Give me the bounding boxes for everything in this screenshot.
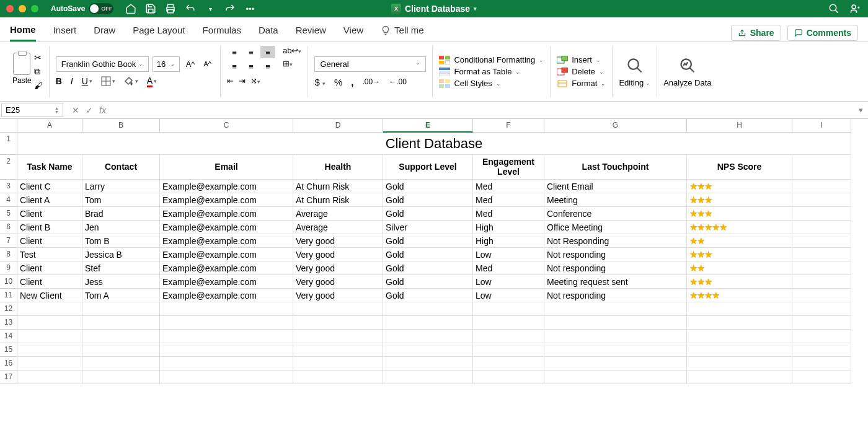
cell[interactable]: Med — [473, 207, 544, 221]
row-header[interactable]: 10 — [0, 275, 17, 289]
currency-icon[interactable]: $ ▾ — [314, 77, 326, 87]
name-box-stepper[interactable]: ▲▼ — [55, 107, 59, 114]
cell[interactable]: Very good — [293, 261, 383, 275]
cell-styles-button[interactable]: Cell Styles ⌄ — [439, 79, 544, 88]
cell[interactable] — [792, 221, 851, 234]
cell[interactable]: Gold — [383, 193, 473, 207]
share-people-icon[interactable] — [849, 3, 862, 14]
font-size-dropdown[interactable]: 16 ⌄ — [153, 56, 180, 72]
cell[interactable]: Stef — [82, 261, 160, 275]
column-header[interactable]: H — [687, 119, 792, 133]
cell[interactable] — [293, 302, 383, 316]
cell[interactable]: Med — [473, 180, 544, 193]
align-left-icon[interactable]: ≡ — [227, 60, 242, 72]
cell[interactable]: ★★★ — [687, 248, 792, 261]
tab-review[interactable]: Review — [296, 25, 326, 40]
cell[interactable]: Email — [160, 155, 293, 180]
tab-data[interactable]: Data — [259, 25, 278, 40]
cell[interactable] — [473, 330, 544, 343]
cell[interactable]: Example@example.com — [160, 248, 293, 261]
comma-icon[interactable]: , — [351, 77, 353, 87]
cell[interactable] — [544, 343, 687, 357]
maximize-window-button[interactable] — [31, 5, 38, 12]
cell[interactable]: Gold — [383, 248, 473, 261]
column-header[interactable]: A — [17, 119, 82, 133]
cell[interactable] — [293, 343, 383, 357]
cell[interactable] — [792, 302, 851, 316]
accept-formula-icon[interactable]: ✓ — [86, 105, 93, 115]
cell[interactable] — [473, 343, 544, 357]
merge-icon[interactable]: ⊞▾ — [283, 59, 301, 68]
column-header[interactable]: F — [473, 119, 544, 133]
cut-icon[interactable]: ✂ — [34, 53, 43, 63]
cell[interactable] — [160, 302, 293, 316]
row-header[interactable]: 11 — [0, 289, 17, 302]
tab-formulas[interactable]: Formulas — [202, 25, 241, 40]
cell[interactable] — [792, 261, 851, 275]
column-header[interactable]: E — [383, 119, 473, 133]
cell[interactable] — [293, 330, 383, 343]
close-window-button[interactable] — [6, 5, 14, 12]
sheet-title-cell[interactable]: Client Database — [17, 133, 851, 155]
cell[interactable] — [160, 371, 293, 384]
insert-cells-button[interactable]: Insert ⌄ — [557, 55, 606, 64]
cell[interactable]: Tom B — [82, 234, 160, 248]
redo-icon[interactable] — [224, 2, 236, 15]
cell[interactable] — [160, 357, 293, 371]
cell[interactable] — [82, 316, 160, 330]
row-header[interactable]: 13 — [0, 316, 17, 330]
percent-icon[interactable]: % — [334, 77, 342, 87]
align-right-icon[interactable]: ≡ — [260, 60, 275, 72]
cell[interactable]: Med — [473, 193, 544, 207]
comments-button[interactable]: Comments — [787, 25, 858, 41]
cell[interactable]: Very good — [293, 275, 383, 289]
cell[interactable] — [792, 316, 851, 330]
cell[interactable] — [383, 302, 473, 316]
font-color-button[interactable]: A▾ — [147, 76, 157, 87]
column-header[interactable]: I — [792, 119, 851, 133]
bold-button[interactable]: B — [56, 76, 62, 86]
cell[interactable]: At Churn Risk — [293, 180, 383, 193]
tab-view[interactable]: View — [343, 25, 363, 40]
cell[interactable]: Support Level — [383, 155, 473, 180]
minimize-window-button[interactable] — [19, 5, 26, 12]
editing-button[interactable]: Editing⌄ — [619, 56, 650, 87]
save-icon[interactable] — [144, 2, 157, 15]
row-header[interactable]: 1 — [0, 133, 17, 155]
cell[interactable]: Brad — [82, 207, 160, 221]
more-icon[interactable]: ••• — [244, 2, 256, 15]
tab-insert[interactable]: Insert — [53, 25, 77, 40]
format-painter-icon[interactable]: 🖌 — [34, 81, 43, 90]
cell[interactable] — [792, 234, 851, 248]
cell[interactable]: ★★★ — [687, 207, 792, 221]
cell[interactable]: Average — [293, 221, 383, 234]
cell[interactable] — [17, 371, 82, 384]
autosave-toggle[interactable]: AutoSave OFF — [51, 3, 113, 14]
cell[interactable] — [544, 330, 687, 343]
cell[interactable] — [82, 302, 160, 316]
fill-color-button[interactable]: ▾ — [124, 76, 138, 86]
column-header[interactable]: B — [82, 119, 160, 133]
cell[interactable] — [792, 248, 851, 261]
number-format-dropdown[interactable]: General ⌄ — [314, 56, 426, 72]
cell[interactable]: Gold — [383, 234, 473, 248]
cell[interactable] — [687, 371, 792, 384]
cell[interactable]: High — [473, 221, 544, 234]
select-all-corner[interactable] — [0, 119, 17, 133]
cell[interactable]: Very good — [293, 289, 383, 302]
cell[interactable]: ★★★ — [687, 180, 792, 193]
row-header[interactable]: 15 — [0, 343, 17, 357]
tab-draw[interactable]: Draw — [94, 25, 115, 40]
cell[interactable]: Test — [17, 248, 82, 261]
expand-formula-bar-icon[interactable]: ▾ — [854, 105, 868, 115]
cell[interactable] — [792, 193, 851, 207]
row-header[interactable]: 5 — [0, 207, 17, 221]
cell[interactable] — [383, 330, 473, 343]
font-name-dropdown[interactable]: Franklin Gothic Book ⌄ — [56, 56, 149, 72]
cell[interactable] — [293, 371, 383, 384]
cell[interactable]: Jen — [82, 221, 160, 234]
cell[interactable]: NPS Score — [687, 155, 792, 180]
cell[interactable]: Gold — [383, 289, 473, 302]
cell[interactable] — [792, 207, 851, 221]
cell[interactable] — [544, 302, 687, 316]
